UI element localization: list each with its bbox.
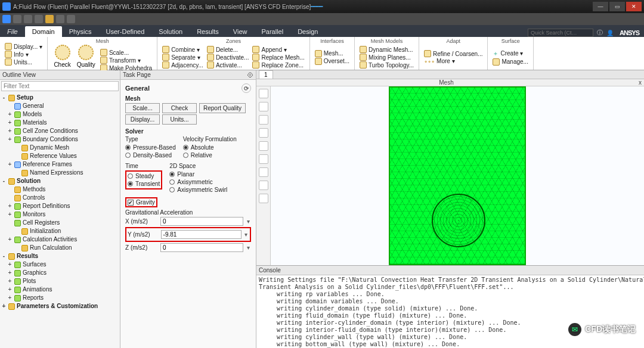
mixing-planes-button[interactable]: Mixing Planes...	[358, 54, 415, 61]
view-icon[interactable]	[259, 181, 268, 190]
deactivate-button[interactable]: Deactivate...	[206, 54, 250, 61]
adapt-more-button[interactable]: ∘∘∘More▾	[423, 58, 484, 64]
tab-physics[interactable]: Physics	[62, 26, 99, 37]
tree-node[interactable]: +Calculation Activities	[0, 235, 120, 244]
display-button[interactable]: Display...▾	[4, 43, 44, 50]
tree-node[interactable]: +Materials	[0, 119, 120, 127]
maximize-button[interactable]: ▭	[609, 2, 625, 11]
tab-view[interactable]: View	[226, 26, 255, 37]
absolute-radio[interactable]: Absolute	[183, 144, 237, 151]
tree-node[interactable]: +Models	[0, 110, 120, 119]
outline-filter-input[interactable]	[1, 81, 119, 91]
tree-node[interactable]: Run Calculation	[0, 244, 120, 252]
create-surface-button[interactable]: ＋Create▾	[491, 49, 529, 58]
separate-button[interactable]: Separate▾	[161, 54, 205, 61]
tree-node[interactable]: +Graphics	[0, 269, 120, 277]
turbo-topology-button[interactable]: Turbo Topology...	[358, 61, 415, 69]
grav-y-field[interactable]: Y (m/s2)▾	[128, 230, 249, 239]
scale-button[interactable]: Scale...	[99, 49, 153, 56]
tree-node[interactable]: +Parameters & Customization	[0, 302, 120, 310]
qa-icon[interactable]	[2, 15, 11, 23]
tree-node[interactable]: Methods	[0, 185, 120, 194]
tree-node[interactable]: +Plots	[0, 277, 120, 285]
tab-results[interactable]: Results	[190, 26, 226, 37]
tree-node[interactable]: -Setup	[0, 94, 120, 102]
tree-node[interactable]: -Results	[0, 252, 120, 260]
ruler-icon[interactable]	[259, 167, 268, 177]
tree-node[interactable]: Named Expressions	[0, 169, 120, 177]
tree-node[interactable]: -Solution	[0, 177, 120, 185]
tree-node[interactable]: Reference Values	[0, 152, 120, 160]
scale-button[interactable]: Scale...	[125, 103, 160, 113]
refine-button[interactable]: Refine / Coarsen...	[423, 50, 484, 57]
console-output[interactable]: Writing Settings file "F:\Natural Convec…	[256, 275, 644, 348]
qa-icon[interactable]	[67, 15, 75, 23]
tree-node[interactable]: +Reference Frames	[0, 160, 120, 169]
pressure-based-radio[interactable]: Pressure-Based	[125, 144, 176, 151]
check-button[interactable]: Check	[162, 103, 197, 113]
select-icon[interactable]	[259, 141, 268, 151]
help-icon[interactable]: ⓘ	[597, 29, 603, 37]
append-button[interactable]: Append▾	[251, 46, 305, 53]
close-button[interactable]: ✕	[626, 2, 642, 11]
combine-button[interactable]: Combine▾	[161, 46, 205, 53]
tree-node[interactable]: Dynamic Mesh	[0, 144, 120, 152]
transient-radio[interactable]: Transient	[128, 180, 160, 188]
user-icon[interactable]: 👤	[606, 30, 614, 36]
adjacency-button[interactable]: Adjacency...	[161, 61, 205, 69]
probe-icon[interactable]	[259, 154, 268, 164]
graphics-tab-1[interactable]: 1	[259, 70, 273, 79]
tree-node[interactable]: +Report Definitions	[0, 202, 120, 210]
tree-node[interactable]: Cell Registers	[0, 219, 120, 227]
activate-button[interactable]: Activate...	[206, 61, 250, 69]
dynamic-mesh-button[interactable]: Dynamic Mesh...	[358, 46, 415, 53]
manage-surface-button[interactable]: Manage...	[491, 58, 529, 66]
minimize-button[interactable]: —	[593, 2, 608, 11]
tree-node[interactable]: +Monitors	[0, 210, 120, 219]
tab-user-defined[interactable]: User-Defined	[99, 26, 152, 37]
tree-node[interactable]: Initialization	[0, 227, 120, 235]
qa-icon[interactable]	[35, 15, 43, 23]
steady-radio[interactable]: Steady	[128, 172, 160, 180]
quick-search-input[interactable]	[528, 29, 593, 37]
qa-icon[interactable]	[56, 15, 64, 23]
info-button[interactable]: Info▾	[4, 51, 44, 58]
close-icon[interactable]: x	[636, 79, 644, 86]
display-button[interactable]: Display...	[125, 114, 160, 125]
tab-solution[interactable]: Solution	[151, 26, 190, 37]
tab-file[interactable]: File	[0, 26, 25, 37]
axiswirl-radio[interactable]: Axisymmetric Swirl	[169, 186, 227, 194]
qa-icon[interactable]	[24, 15, 32, 23]
tab-domain[interactable]: Domain	[25, 26, 62, 37]
qa-icon[interactable]	[45, 15, 54, 23]
pan-icon[interactable]	[259, 102, 268, 111]
mesh-interface-button[interactable]: Mesh...	[314, 50, 351, 57]
tree-node[interactable]: Controls	[0, 194, 120, 202]
tree-node[interactable]: +Reports	[0, 294, 120, 302]
axisymmetric-radio[interactable]: Axisymmetric	[169, 178, 227, 186]
tree-node[interactable]: +Animations	[0, 285, 120, 294]
task-collapse-icon[interactable]: ⮾	[247, 72, 253, 78]
tree-node[interactable]: +Boundary Conditions	[0, 135, 120, 144]
tab-design[interactable]: Design	[290, 26, 325, 37]
tree-node[interactable]: +Cell Zone Conditions	[0, 127, 120, 135]
tree-node[interactable]: General	[0, 102, 120, 110]
qa-icon[interactable]	[13, 15, 21, 23]
tab-parallel[interactable]: Parallel	[254, 26, 290, 37]
density-based-radio[interactable]: Density-Based	[125, 151, 176, 159]
units-button[interactable]: Units...	[4, 58, 44, 66]
replace-mesh-button[interactable]: Replace Mesh...	[251, 54, 305, 61]
transform-button[interactable]: Transform▾	[99, 57, 153, 64]
replace-zone-button[interactable]: Replace Zone...	[251, 61, 305, 69]
mesh-viewport[interactable]	[271, 86, 644, 265]
outline-tree[interactable]: -SetupGeneral+Models+Materials+Cell Zone…	[0, 92, 120, 348]
grav-x-field[interactable]: X (m/s2)▾	[125, 217, 251, 226]
planar-radio[interactable]: Planar	[169, 170, 227, 178]
refresh-icon[interactable]: ⟳	[242, 83, 251, 93]
relative-radio[interactable]: Relative	[183, 151, 237, 159]
rotate-icon[interactable]	[259, 128, 268, 138]
grav-z-field[interactable]: Z (m/s2)▾	[125, 243, 251, 252]
overset-button[interactable]: Overset...	[314, 58, 351, 65]
fit-icon[interactable]	[259, 89, 268, 98]
units-button[interactable]: Units...	[162, 114, 197, 125]
